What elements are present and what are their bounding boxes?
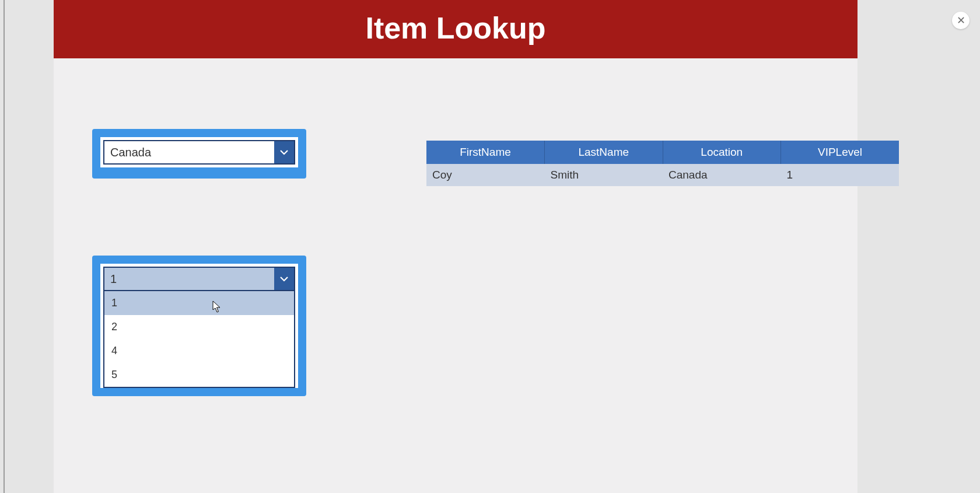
window-edge — [4, 0, 5, 493]
col-location[interactable]: Location — [663, 141, 781, 164]
app-canvas: Item Lookup FirstName LastName Location … — [54, 0, 858, 493]
page-title: Item Lookup — [54, 0, 858, 58]
cell-location: Canada — [663, 164, 781, 186]
col-lastname[interactable]: LastName — [545, 141, 663, 164]
location-dropdown-inner: Canada — [100, 137, 298, 167]
col-viplevel[interactable]: VIPLevel — [781, 141, 900, 164]
table-header-row: FirstName LastName Location VIPLevel — [426, 141, 899, 164]
table-row[interactable]: CoySmithCanada1 — [426, 164, 899, 186]
vip-dropdown-inner: 1 1245 — [100, 264, 298, 388]
chevron-down-icon[interactable] — [274, 268, 294, 290]
vip-dropdown[interactable]: 1 — [103, 267, 295, 291]
location-dropdown-container: Canada — [92, 129, 306, 179]
close-button[interactable]: ✕ — [952, 12, 970, 29]
vip-option[interactable]: 5 — [104, 363, 294, 387]
results-table: FirstName LastName Location VIPLevel Coy… — [426, 141, 899, 186]
vip-dropdown-value: 1 — [104, 268, 274, 290]
chevron-down-icon[interactable] — [274, 141, 294, 163]
cell-viplevel: 1 — [781, 164, 900, 186]
vip-dropdown-container: 1 1245 — [92, 256, 306, 396]
vip-option[interactable]: 4 — [104, 339, 294, 363]
vip-option[interactable]: 1 — [104, 291, 294, 315]
cell-lastname: Smith — [545, 164, 663, 186]
location-dropdown[interactable]: Canada — [103, 140, 295, 165]
vip-dropdown-list: 1245 — [103, 291, 295, 388]
cell-firstname: Coy — [426, 164, 545, 186]
location-dropdown-value: Canada — [104, 141, 274, 163]
close-icon: ✕ — [957, 14, 965, 27]
vip-option[interactable]: 2 — [104, 315, 294, 339]
col-firstname[interactable]: FirstName — [426, 141, 545, 164]
